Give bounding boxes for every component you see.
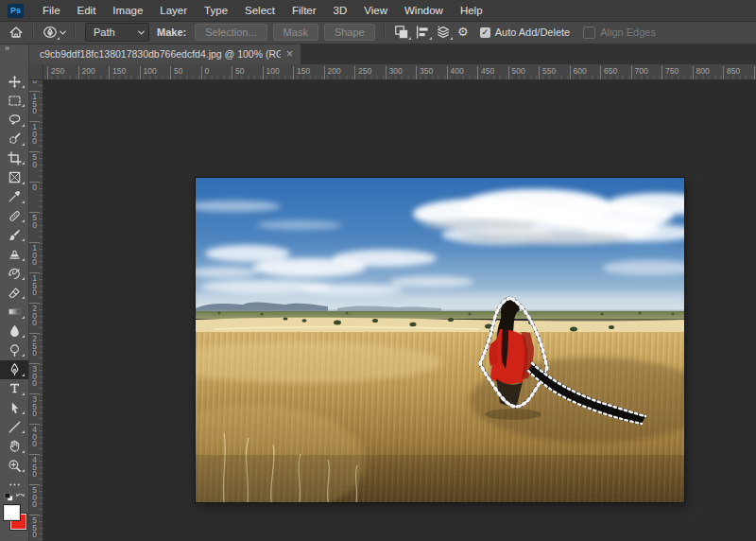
- h-ruler-label: 150: [109, 66, 126, 79]
- auto-add-delete-checkbox[interactable]: ✓ Auto Add/Delete: [480, 26, 571, 38]
- menu-3d[interactable]: 3D: [325, 0, 356, 21]
- menu-type[interactable]: Type: [196, 0, 236, 21]
- make-selection-button[interactable]: Selection...: [195, 24, 266, 41]
- v-ruler-label: 1 0 0: [29, 242, 40, 267]
- zoom-tool[interactable]: [0, 456, 28, 475]
- v-ruler-label: 0: [29, 182, 40, 192]
- pen-tool[interactable]: [0, 360, 28, 379]
- blur-tool[interactable]: [0, 322, 28, 340]
- line-tool[interactable]: [0, 417, 28, 436]
- gear-icon[interactable]: ⚙: [454, 25, 472, 39]
- h-ruler-label: 250: [354, 66, 371, 79]
- make-shape-button[interactable]: Shape: [324, 24, 375, 41]
- marquee-tool[interactable]: [0, 91, 28, 110]
- vertical-ruler[interactable]: 2 0 01 5 01 0 05 005 01 0 01 5 02 0 02 5…: [28, 79, 43, 541]
- divider: [74, 25, 76, 40]
- toolbar-collapse-icon[interactable]: »: [5, 44, 9, 53]
- checkbox-unchecked-icon: [583, 26, 595, 39]
- v-ruler-label: 3 0 0: [29, 363, 40, 388]
- document-tab[interactable]: c9cb9ddf18fc138017830db766edcfd4.jpg @ 1…: [28, 44, 301, 64]
- v-ruler-label: 1 5 0: [29, 91, 40, 115]
- h-ruler-label: 350: [416, 66, 433, 79]
- eraser-tool[interactable]: [0, 283, 28, 302]
- menu-image[interactable]: Image: [104, 0, 151, 21]
- dodge-tool[interactable]: [0, 340, 28, 359]
- h-ruler-label: 500: [508, 66, 525, 79]
- h-ruler-label: 400: [447, 66, 464, 79]
- quick-selection-tool[interactable]: [0, 130, 28, 148]
- h-ruler-label: 250: [47, 66, 64, 79]
- path-arrangement-icon[interactable]: [433, 23, 454, 42]
- make-mask-button[interactable]: Mask: [273, 24, 318, 41]
- type-tool[interactable]: [0, 379, 28, 398]
- document-area: [43, 79, 756, 541]
- v-ruler-label: 5 0 0: [29, 484, 40, 509]
- h-ruler-label: 50: [232, 66, 244, 79]
- v-ruler-label: 2 0 0: [29, 303, 40, 327]
- menu-bar: Ps FileEditImageLayerTypeSelectFilter3DV…: [0, 0, 756, 22]
- canvas-image[interactable]: [196, 178, 684, 502]
- h-ruler-label: 700: [631, 66, 648, 79]
- tool-options-bar: Path Make: Selection... Mask Shape ⚙ ✓ A…: [0, 21, 756, 44]
- menu-help[interactable]: Help: [452, 0, 491, 21]
- horizontal-ruler[interactable]: 2502001501005005010015020025030035040045…: [28, 64, 756, 80]
- tool-mode-value: Path: [94, 26, 115, 38]
- frame-tool[interactable]: [0, 168, 28, 187]
- h-ruler-label: 600: [570, 66, 587, 79]
- document-title: c9cb9ddf18fc138017830db766edcfd4.jpg @ 1…: [40, 48, 281, 60]
- divider: [32, 25, 34, 40]
- align-edges-checkbox[interactable]: Align Edges: [583, 26, 656, 39]
- v-ruler-label: 4 5 0: [29, 454, 40, 479]
- align-edges-label: Align Edges: [600, 26, 656, 38]
- h-ruler-label: 50: [170, 66, 182, 79]
- menu-filter[interactable]: Filter: [284, 0, 325, 21]
- auto-add-delete-label: Auto Add/Delete: [495, 26, 571, 38]
- path-alignment-icon[interactable]: [412, 23, 433, 42]
- swap-colors-icon[interactable]: [15, 491, 26, 501]
- h-ruler-label: 750: [662, 66, 679, 79]
- v-ruler-label: 5 5 0: [29, 515, 40, 539]
- lasso-tool[interactable]: [0, 111, 28, 130]
- menu-view[interactable]: View: [355, 0, 396, 21]
- h-ruler-label: 100: [140, 66, 157, 79]
- v-ruler-label: 1 0 0: [29, 121, 40, 146]
- h-ruler-label: 550: [539, 66, 556, 79]
- h-ruler-label: 450: [477, 66, 494, 79]
- menu-file[interactable]: File: [34, 0, 69, 21]
- spot-healing-tool[interactable]: [0, 206, 28, 225]
- tools-panel: »: [0, 44, 29, 541]
- brush-tool[interactable]: [0, 225, 28, 244]
- menu-select[interactable]: Select: [236, 0, 284, 21]
- photoshop-logo[interactable]: Ps: [8, 4, 24, 18]
- move-tool[interactable]: [0, 72, 28, 91]
- hand-tool[interactable]: [0, 437, 28, 456]
- v-ruler-label: 4 0 0: [29, 424, 40, 448]
- h-ruler-label: 300: [386, 66, 403, 79]
- gradient-tool[interactable]: [0, 303, 28, 322]
- path-selection-tool[interactable]: [0, 398, 28, 417]
- menu-window[interactable]: Window: [396, 0, 452, 21]
- ruler-corner: [28, 64, 43, 80]
- h-ruler-label: 850: [723, 66, 740, 79]
- close-icon[interactable]: ×: [284, 47, 295, 61]
- default-colors-icon[interactable]: [4, 492, 14, 502]
- h-ruler-label: 650: [600, 66, 617, 79]
- menu-layer[interactable]: Layer: [151, 0, 196, 21]
- tool-mode-select[interactable]: Path: [85, 23, 149, 42]
- chevron-down-icon[interactable]: [57, 23, 68, 42]
- h-ruler-label: 200: [324, 66, 341, 79]
- h-ruler-label: 150: [293, 66, 310, 79]
- chevron-down-icon: [137, 28, 146, 37]
- path-operations-icon[interactable]: [391, 23, 412, 42]
- make-label: Make:: [157, 26, 186, 38]
- foreground-color-swatch[interactable]: [4, 505, 20, 520]
- crop-tool[interactable]: [0, 148, 28, 167]
- home-icon[interactable]: [6, 23, 26, 42]
- menu-edit[interactable]: Edit: [69, 0, 105, 21]
- divider: [384, 25, 386, 40]
- eyedropper-tool[interactable]: [0, 187, 28, 206]
- history-brush-tool[interactable]: [0, 264, 28, 283]
- v-ruler-label: 1 5 0: [29, 272, 40, 297]
- v-ruler-label: 5 0: [29, 151, 40, 168]
- clone-stamp-tool[interactable]: [0, 245, 28, 264]
